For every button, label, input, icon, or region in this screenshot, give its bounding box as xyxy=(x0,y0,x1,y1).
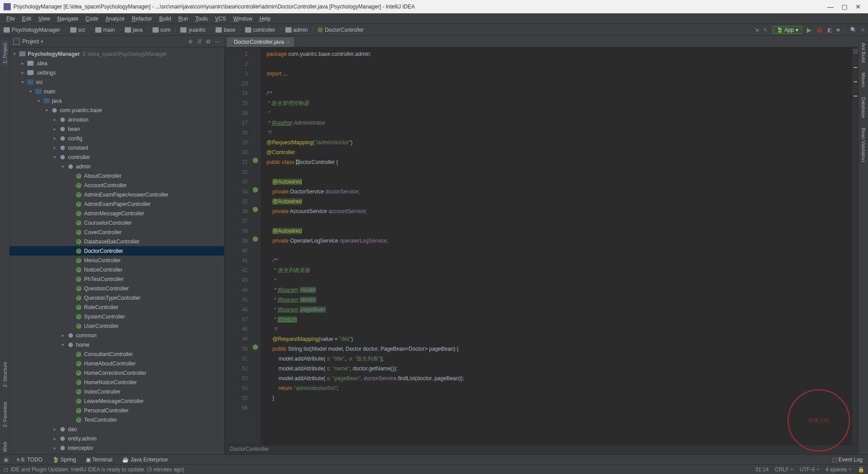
spring-tool-tab[interactable]: 🍃 Spring xyxy=(51,456,78,464)
project-tree[interactable]: ▾PsychologyManagerE:\idea_space\Psycholo… xyxy=(10,47,224,454)
search-everywhere-icon[interactable]: 🔍 xyxy=(850,27,857,33)
favorites-tool-tab[interactable]: 2: Favorites xyxy=(1,399,8,430)
status-icon[interactable]: ◻ xyxy=(4,466,8,473)
breadcrumb-item[interactable]: com xyxy=(152,27,171,33)
tree-folder-item[interactable]: ▾controller xyxy=(10,152,224,162)
ant-build-tab[interactable]: Ant Build xyxy=(860,40,867,65)
inspection-indicator[interactable] xyxy=(853,49,858,54)
tree-class-item[interactable]: UserController xyxy=(10,321,224,331)
menu-code[interactable]: Code xyxy=(83,15,101,23)
breadcrumb-item[interactable]: java xyxy=(125,27,143,33)
tree-class-item[interactable]: DatabaseBakController xyxy=(10,237,224,246)
line-separator[interactable]: CRLF ÷ xyxy=(775,466,793,473)
breadcrumb-item[interactable]: main xyxy=(95,27,115,33)
menu-view[interactable]: View xyxy=(36,15,53,23)
select-opened-icon[interactable]: ⊕ xyxy=(188,38,193,45)
structure-tool-tab[interactable]: 2: Structure xyxy=(1,359,8,390)
java-ee-tool-tab[interactable]: ☕ Java Enterprise xyxy=(120,456,169,464)
tree-folder-item[interactable]: ▸dao xyxy=(10,424,224,434)
readonly-lock-icon[interactable]: 🔒 xyxy=(858,466,864,473)
tree-class-item[interactable]: HomeNoticeController xyxy=(10,378,224,387)
menu-analyze[interactable]: Analyze xyxy=(103,15,127,23)
tree-folder-item[interactable]: ▸bean xyxy=(10,124,224,134)
tree-class-item[interactable]: LeaveMessageController xyxy=(10,396,224,406)
tree-class-item[interactable]: AdminExamPaperController xyxy=(10,199,224,209)
breadcrumb-item[interactable]: yuanlrc xyxy=(180,27,206,33)
tree-folder-item[interactable]: ▸constant xyxy=(10,143,224,152)
run-config-selector[interactable]: 🍃 App ▾ xyxy=(772,26,802,34)
tree-folder-item[interactable]: ▸entity.admin xyxy=(10,434,224,443)
tree-folder-item[interactable]: ▾com.yuanlrc.base xyxy=(10,105,224,115)
tree-class-item[interactable]: AdminMessageController xyxy=(10,209,224,218)
tree-class-item[interactable]: SystemController xyxy=(10,312,224,321)
breadcrumb-item[interactable]: admin xyxy=(285,27,308,33)
gutter-icon[interactable] xyxy=(253,344,258,350)
source-code[interactable]: package com.yuanlrc.base.controller.admi… xyxy=(261,47,852,445)
web-tool-tab[interactable]: Web xyxy=(1,439,8,454)
warning-mark[interactable] xyxy=(854,67,857,68)
error-stripe[interactable] xyxy=(852,47,858,445)
tree-class-item[interactable]: DoctorController xyxy=(10,246,224,256)
gutter-icon[interactable] xyxy=(253,207,258,212)
tree-class-item[interactable]: AboutController xyxy=(10,171,224,180)
close-tab-icon[interactable]: × xyxy=(287,39,290,45)
tree-class-item[interactable]: CounselorController xyxy=(10,218,224,227)
menu-build[interactable]: Build xyxy=(157,15,174,23)
maven-tab[interactable]: Maven xyxy=(860,70,867,90)
tree-folder-item[interactable]: ▾src xyxy=(10,77,224,87)
editor-tab[interactable]: DoctorController.java × xyxy=(226,37,295,47)
debug-button[interactable]: 🐞 xyxy=(816,27,823,33)
tree-class-item[interactable]: PersonalController xyxy=(10,406,224,415)
menu-refactor[interactable]: Refactor xyxy=(129,15,155,23)
hide-icon[interactable]: — xyxy=(215,38,220,45)
terminal-tool-tab[interactable]: ▣ Terminal xyxy=(84,456,114,464)
gutter-icon[interactable] xyxy=(253,236,258,242)
stop-button[interactable]: ■ xyxy=(837,27,840,33)
tree-class-item[interactable]: QuestionTypeController xyxy=(10,293,224,302)
tree-class-item[interactable]: CoverController xyxy=(10,227,224,237)
ide-settings-icon[interactable]: ≡ xyxy=(861,27,864,33)
collapse-all-icon[interactable]: ⇵ xyxy=(197,38,202,45)
tree-folder-item[interactable]: ▸interceptor xyxy=(10,443,224,453)
run-coverage-button[interactable]: ◧ xyxy=(827,27,832,33)
tree-class-item[interactable]: MenuController xyxy=(10,256,224,265)
menu-run[interactable]: Run xyxy=(176,15,191,23)
breadcrumb-item[interactable]: src xyxy=(70,27,85,33)
project-tool-tab[interactable]: 1: Project xyxy=(1,40,8,66)
menu-help[interactable]: Help xyxy=(257,15,273,23)
tree-folder-item[interactable]: ▾main xyxy=(10,87,224,96)
nav-tool-icon[interactable]: ⇲ xyxy=(754,27,759,33)
tree-folder-item[interactable]: ▾java xyxy=(10,96,224,105)
tree-class-item[interactable]: IndexController xyxy=(10,387,224,396)
indent-setting[interactable]: 4 spaces ÷ xyxy=(826,466,851,473)
event-log-tab[interactable]: ⬚ Event Log xyxy=(830,456,864,464)
tree-class-item[interactable]: ConsultantController xyxy=(10,349,224,359)
tree-folder-item[interactable]: ▸annotion xyxy=(10,115,224,124)
tree-folder-item[interactable]: ▸config xyxy=(10,134,224,143)
close-button[interactable]: ✕ xyxy=(855,3,861,10)
breadcrumb-item[interactable]: base xyxy=(216,27,235,33)
menu-navigate[interactable]: Navigate xyxy=(55,15,81,23)
tree-class-item[interactable]: NoticeController xyxy=(10,265,224,274)
nav-tool-icon[interactable]: ↖ xyxy=(763,27,768,33)
warning-mark[interactable] xyxy=(854,81,857,82)
tree-folder-item[interactable]: ▸.settings xyxy=(10,68,224,77)
tree-class-item[interactable]: HomeCorrectionController xyxy=(10,368,224,378)
tree-class-item[interactable]: HomeAboutController xyxy=(10,359,224,368)
warning-mark[interactable] xyxy=(854,96,857,96)
tree-class-item[interactable]: TestController xyxy=(10,415,224,424)
menu-vcs[interactable]: VCS xyxy=(212,15,229,23)
menu-file[interactable]: File xyxy=(4,15,17,23)
maximize-button[interactable]: ▢ xyxy=(842,3,847,10)
breadcrumb-item[interactable]: DoctorController xyxy=(318,27,364,33)
tree-class-item[interactable]: QuestionController xyxy=(10,284,224,293)
gutter-icon[interactable] xyxy=(253,158,258,163)
caret-position[interactable]: 31:14 xyxy=(755,466,769,473)
editor-breadcrumb[interactable]: DoctorController xyxy=(224,445,858,454)
tree-folder-item[interactable]: ▸common xyxy=(10,331,224,340)
tree-folder-item[interactable]: ▾admin xyxy=(10,162,224,171)
gutter-icon[interactable] xyxy=(253,187,258,193)
minimize-button[interactable]: — xyxy=(827,3,834,10)
tree-class-item[interactable]: RoleController xyxy=(10,302,224,312)
menu-window[interactable]: Window xyxy=(230,15,255,23)
